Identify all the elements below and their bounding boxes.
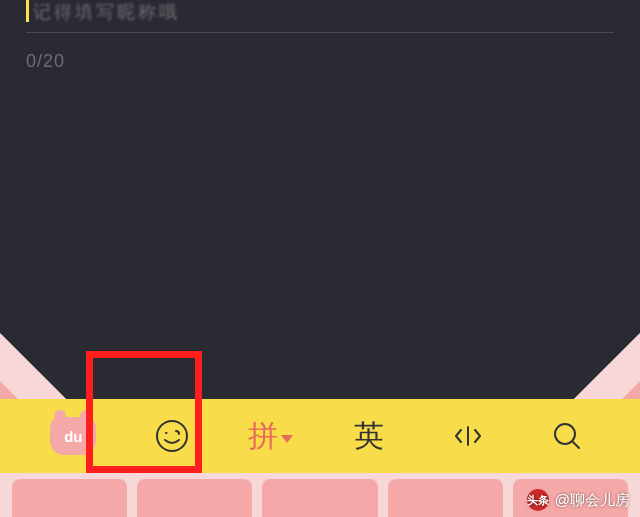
ime-mode-english[interactable]: 英	[341, 408, 397, 464]
keyboard-key[interactable]	[137, 479, 252, 517]
watermark: 头条 @聊会儿房	[527, 489, 630, 511]
text-caret	[26, 0, 29, 22]
char-counter: 0/20	[26, 51, 614, 72]
watermark-credit: @聊会儿房	[555, 491, 630, 510]
input-divider	[26, 32, 614, 33]
cursor-move-icon	[450, 418, 486, 454]
ime-pinyin-label: 拼	[248, 416, 278, 457]
ime-mode-pinyin[interactable]: 拼	[243, 408, 299, 464]
keyboard-key[interactable]	[12, 479, 127, 517]
svg-point-2	[555, 424, 575, 444]
search-icon	[549, 418, 585, 454]
tutorial-highlight-box	[86, 351, 202, 473]
toutiao-logo-icon: 头条	[527, 489, 549, 511]
nickname-input[interactable]: 记得填写昵称哦	[26, 0, 614, 28]
nickname-placeholder: 记得填写昵称哦	[33, 0, 180, 24]
search-button[interactable]	[539, 408, 595, 464]
keyboard-key[interactable]	[388, 479, 503, 517]
chevron-down-icon	[281, 435, 293, 443]
cursor-move-button[interactable]	[440, 408, 496, 464]
ime-english-label: 英	[354, 416, 384, 457]
keyboard-key[interactable]	[262, 479, 377, 517]
